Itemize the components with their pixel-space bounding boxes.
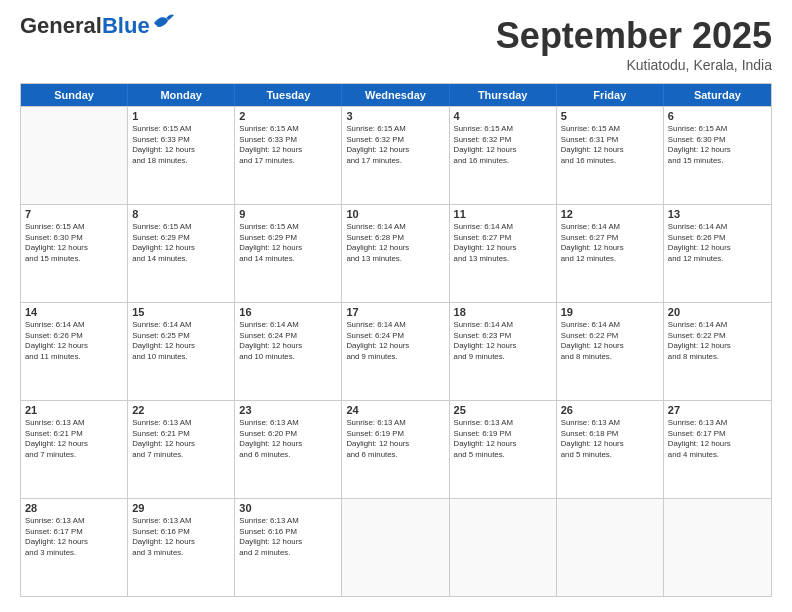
calendar-cell: 8Sunrise: 6:15 AMSunset: 6:29 PMDaylight… (128, 205, 235, 302)
day-number: 23 (239, 404, 337, 416)
calendar-cell: 13Sunrise: 6:14 AMSunset: 6:26 PMDayligh… (664, 205, 771, 302)
cell-info: Sunrise: 6:15 AMSunset: 6:33 PMDaylight:… (239, 124, 337, 166)
calendar-cell: 4Sunrise: 6:15 AMSunset: 6:32 PMDaylight… (450, 107, 557, 204)
cell-info: Sunrise: 6:14 AMSunset: 6:25 PMDaylight:… (132, 320, 230, 362)
cell-info: Sunrise: 6:13 AMSunset: 6:21 PMDaylight:… (132, 418, 230, 460)
calendar-row-1: 1Sunrise: 6:15 AMSunset: 6:33 PMDaylight… (21, 106, 771, 204)
calendar-body: 1Sunrise: 6:15 AMSunset: 6:33 PMDaylight… (21, 106, 771, 596)
weekday-header-saturday: Saturday (664, 84, 771, 106)
calendar-cell: 6Sunrise: 6:15 AMSunset: 6:30 PMDaylight… (664, 107, 771, 204)
cell-info: Sunrise: 6:15 AMSunset: 6:33 PMDaylight:… (132, 124, 230, 166)
cell-info: Sunrise: 6:13 AMSunset: 6:21 PMDaylight:… (25, 418, 123, 460)
calendar-row-5: 28Sunrise: 6:13 AMSunset: 6:17 PMDayligh… (21, 498, 771, 596)
cell-info: Sunrise: 6:14 AMSunset: 6:28 PMDaylight:… (346, 222, 444, 264)
calendar-cell: 23Sunrise: 6:13 AMSunset: 6:20 PMDayligh… (235, 401, 342, 498)
day-number: 22 (132, 404, 230, 416)
calendar-cell (342, 499, 449, 596)
calendar-row-4: 21Sunrise: 6:13 AMSunset: 6:21 PMDayligh… (21, 400, 771, 498)
day-number: 16 (239, 306, 337, 318)
day-number: 4 (454, 110, 552, 122)
calendar-cell: 21Sunrise: 6:13 AMSunset: 6:21 PMDayligh… (21, 401, 128, 498)
day-number: 19 (561, 306, 659, 318)
cell-info: Sunrise: 6:14 AMSunset: 6:26 PMDaylight:… (25, 320, 123, 362)
calendar-cell: 10Sunrise: 6:14 AMSunset: 6:28 PMDayligh… (342, 205, 449, 302)
calendar-cell: 27Sunrise: 6:13 AMSunset: 6:17 PMDayligh… (664, 401, 771, 498)
page: GeneralBlue September 2025 Kutiatodu, Ke… (0, 0, 792, 612)
cell-info: Sunrise: 6:13 AMSunset: 6:19 PMDaylight:… (346, 418, 444, 460)
calendar-cell: 7Sunrise: 6:15 AMSunset: 6:30 PMDaylight… (21, 205, 128, 302)
title-block: September 2025 Kutiatodu, Kerala, India (496, 15, 772, 73)
cell-info: Sunrise: 6:14 AMSunset: 6:27 PMDaylight:… (454, 222, 552, 264)
day-number: 26 (561, 404, 659, 416)
calendar-row-3: 14Sunrise: 6:14 AMSunset: 6:26 PMDayligh… (21, 302, 771, 400)
logo-text: GeneralBlue (20, 15, 150, 37)
calendar-cell (450, 499, 557, 596)
calendar-cell: 5Sunrise: 6:15 AMSunset: 6:31 PMDaylight… (557, 107, 664, 204)
day-number: 18 (454, 306, 552, 318)
calendar-cell: 24Sunrise: 6:13 AMSunset: 6:19 PMDayligh… (342, 401, 449, 498)
cell-info: Sunrise: 6:13 AMSunset: 6:17 PMDaylight:… (668, 418, 767, 460)
logo-blue: Blue (102, 13, 150, 38)
calendar-row-2: 7Sunrise: 6:15 AMSunset: 6:30 PMDaylight… (21, 204, 771, 302)
day-number: 11 (454, 208, 552, 220)
weekday-header-thursday: Thursday (450, 84, 557, 106)
cell-info: Sunrise: 6:13 AMSunset: 6:17 PMDaylight:… (25, 516, 123, 558)
cell-info: Sunrise: 6:15 AMSunset: 6:29 PMDaylight:… (239, 222, 337, 264)
calendar-header: SundayMondayTuesdayWednesdayThursdayFrid… (21, 84, 771, 106)
cell-info: Sunrise: 6:13 AMSunset: 6:20 PMDaylight:… (239, 418, 337, 460)
calendar-cell: 30Sunrise: 6:13 AMSunset: 6:16 PMDayligh… (235, 499, 342, 596)
cell-info: Sunrise: 6:13 AMSunset: 6:18 PMDaylight:… (561, 418, 659, 460)
calendar-cell: 28Sunrise: 6:13 AMSunset: 6:17 PMDayligh… (21, 499, 128, 596)
weekday-header-friday: Friday (557, 84, 664, 106)
day-number: 5 (561, 110, 659, 122)
day-number: 27 (668, 404, 767, 416)
calendar-cell: 11Sunrise: 6:14 AMSunset: 6:27 PMDayligh… (450, 205, 557, 302)
day-number: 20 (668, 306, 767, 318)
day-number: 14 (25, 306, 123, 318)
cell-info: Sunrise: 6:14 AMSunset: 6:26 PMDaylight:… (668, 222, 767, 264)
weekday-header-tuesday: Tuesday (235, 84, 342, 106)
calendar-cell: 19Sunrise: 6:14 AMSunset: 6:22 PMDayligh… (557, 303, 664, 400)
day-number: 30 (239, 502, 337, 514)
calendar-cell: 2Sunrise: 6:15 AMSunset: 6:33 PMDaylight… (235, 107, 342, 204)
day-number: 17 (346, 306, 444, 318)
day-number: 8 (132, 208, 230, 220)
weekday-header-sunday: Sunday (21, 84, 128, 106)
calendar-cell (21, 107, 128, 204)
day-number: 10 (346, 208, 444, 220)
calendar-cell: 14Sunrise: 6:14 AMSunset: 6:26 PMDayligh… (21, 303, 128, 400)
day-number: 13 (668, 208, 767, 220)
cell-info: Sunrise: 6:15 AMSunset: 6:29 PMDaylight:… (132, 222, 230, 264)
calendar-cell: 17Sunrise: 6:14 AMSunset: 6:24 PMDayligh… (342, 303, 449, 400)
cell-info: Sunrise: 6:13 AMSunset: 6:19 PMDaylight:… (454, 418, 552, 460)
day-number: 29 (132, 502, 230, 514)
calendar-cell (557, 499, 664, 596)
cell-info: Sunrise: 6:14 AMSunset: 6:27 PMDaylight:… (561, 222, 659, 264)
logo: GeneralBlue (20, 15, 174, 37)
day-number: 24 (346, 404, 444, 416)
cell-info: Sunrise: 6:14 AMSunset: 6:22 PMDaylight:… (561, 320, 659, 362)
cell-info: Sunrise: 6:15 AMSunset: 6:30 PMDaylight:… (668, 124, 767, 166)
cell-info: Sunrise: 6:14 AMSunset: 6:22 PMDaylight:… (668, 320, 767, 362)
day-number: 25 (454, 404, 552, 416)
month-title: September 2025 (496, 15, 772, 57)
cell-info: Sunrise: 6:15 AMSunset: 6:32 PMDaylight:… (454, 124, 552, 166)
cell-info: Sunrise: 6:13 AMSunset: 6:16 PMDaylight:… (239, 516, 337, 558)
day-number: 15 (132, 306, 230, 318)
cell-info: Sunrise: 6:15 AMSunset: 6:31 PMDaylight:… (561, 124, 659, 166)
day-number: 1 (132, 110, 230, 122)
day-number: 28 (25, 502, 123, 514)
calendar-cell: 15Sunrise: 6:14 AMSunset: 6:25 PMDayligh… (128, 303, 235, 400)
calendar-cell: 1Sunrise: 6:15 AMSunset: 6:33 PMDaylight… (128, 107, 235, 204)
calendar: SundayMondayTuesdayWednesdayThursdayFrid… (20, 83, 772, 597)
calendar-cell: 25Sunrise: 6:13 AMSunset: 6:19 PMDayligh… (450, 401, 557, 498)
day-number: 3 (346, 110, 444, 122)
day-number: 7 (25, 208, 123, 220)
header: GeneralBlue September 2025 Kutiatodu, Ke… (20, 15, 772, 73)
day-number: 9 (239, 208, 337, 220)
calendar-cell: 22Sunrise: 6:13 AMSunset: 6:21 PMDayligh… (128, 401, 235, 498)
logo-general: General (20, 13, 102, 38)
calendar-cell: 3Sunrise: 6:15 AMSunset: 6:32 PMDaylight… (342, 107, 449, 204)
cell-info: Sunrise: 6:14 AMSunset: 6:23 PMDaylight:… (454, 320, 552, 362)
weekday-header-wednesday: Wednesday (342, 84, 449, 106)
